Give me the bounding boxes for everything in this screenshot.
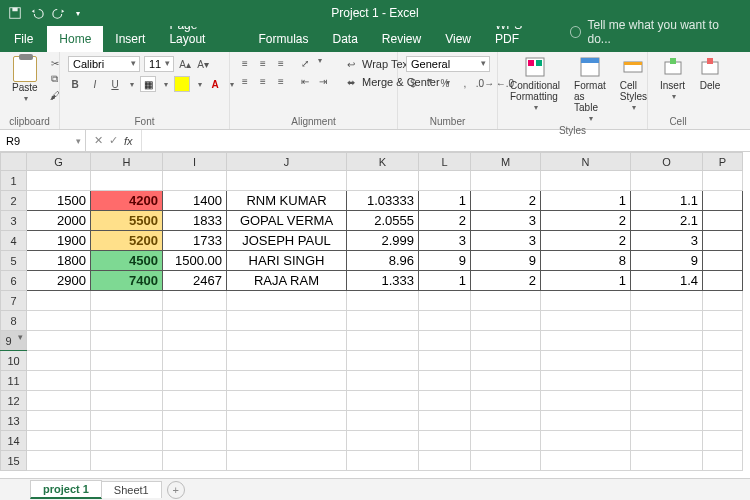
cell-M12[interactable] [471,391,541,411]
accept-formula-icon[interactable]: ✓ [109,134,118,147]
cell-I4[interactable]: 1733 [163,231,227,251]
cell-N5[interactable]: 8 [541,251,631,271]
cell-I12[interactable] [163,391,227,411]
cell-N10[interactable] [541,351,631,371]
cell-M5[interactable]: 9 [471,251,541,271]
cell-J10[interactable] [227,351,347,371]
align-middle-icon[interactable]: ≡ [256,56,270,70]
save-icon[interactable] [8,6,22,20]
fx-icon[interactable]: fx [124,135,133,147]
cell-O2[interactable]: 1.1 [631,191,703,211]
sheet-tab-sheet1[interactable]: Sheet1 [101,481,162,498]
tab-formulas[interactable]: Formulas [246,26,320,52]
cell-M3[interactable]: 3 [471,211,541,231]
header-cell-I[interactable]: Avg Sal [163,171,227,191]
cell-J4[interactable]: JOSEPH PAUL [227,231,347,251]
col-header-L[interactable]: L [419,153,471,171]
cell-H8[interactable] [91,311,163,331]
row-header-12[interactable]: 12 [1,391,27,411]
cell-L11[interactable] [419,371,471,391]
header-cell-H[interactable]: Total Sal [91,171,163,191]
number-format-select[interactable]: General [406,56,490,72]
name-box[interactable]: R9 [0,130,86,151]
cell-N6[interactable]: 1 [541,271,631,291]
cell-G12[interactable] [27,391,91,411]
cell-G8[interactable] [27,311,91,331]
cell-P9[interactable] [703,331,743,351]
cell-K12[interactable] [347,391,419,411]
cell-M2[interactable]: 2 [471,191,541,211]
col-header-G[interactable]: G [27,153,91,171]
cell-N13[interactable] [541,411,631,431]
header-cell-P[interactable]: Rou [703,171,743,191]
header-cell-L[interactable]: Round [419,171,471,191]
font-size-select[interactable]: 11 [144,56,174,72]
cell-G5[interactable]: 1800 [27,251,91,271]
cell-K15[interactable] [347,451,419,471]
cell-P12[interactable] [703,391,743,411]
row-header-8[interactable]: 8 [1,311,27,331]
cell-K13[interactable] [347,411,419,431]
align-bottom-icon[interactable]: ≡ [274,56,288,70]
cell-P5[interactable] [703,251,743,271]
cell-J15[interactable] [227,451,347,471]
cell-N2[interactable]: 1 [541,191,631,211]
row-header-4[interactable]: 4 [1,231,27,251]
fill-color-button[interactable] [174,76,190,92]
col-header-O[interactable]: O [631,153,703,171]
cell-H10[interactable] [91,351,163,371]
cell-K10[interactable] [347,351,419,371]
tell-me-search[interactable]: Tell me what you want to do... [560,12,750,52]
cell-N15[interactable] [541,451,631,471]
border-button[interactable]: ▦ [140,76,156,92]
cell-L9[interactable] [419,331,471,351]
cell-O10[interactable] [631,351,703,371]
cell-L15[interactable] [419,451,471,471]
cell-H7[interactable] [91,291,163,311]
cell-K8[interactable] [347,311,419,331]
italic-button[interactable]: I [88,77,102,91]
cell-L12[interactable] [419,391,471,411]
cell-H9[interactable] [91,331,163,351]
cell-N7[interactable] [541,291,631,311]
font-name-select[interactable]: Calibri [68,56,140,72]
cell-M4[interactable]: 3 [471,231,541,251]
cell-K9[interactable] [347,331,419,351]
cell-K7[interactable] [347,291,419,311]
cell-H11[interactable] [91,371,163,391]
cell-O6[interactable]: 1.4 [631,271,703,291]
row-header-5[interactable]: 5 [1,251,27,271]
cell-styles-button[interactable]: Cell Styles▾ [616,56,651,113]
row-header-6[interactable]: 6 [1,271,27,291]
row-header-10[interactable]: 10 [1,351,27,371]
row-header-15[interactable]: 15 [1,451,27,471]
cell-I5[interactable]: 1500.00 [163,251,227,271]
comma-icon[interactable]: , [458,76,472,90]
decrease-font-icon[interactable]: A▾ [196,57,210,71]
cell-M14[interactable] [471,431,541,451]
cell-I8[interactable] [163,311,227,331]
cell-L8[interactable] [419,311,471,331]
cell-P11[interactable] [703,371,743,391]
row-header-3[interactable]: 3 [1,211,27,231]
cell-I9[interactable] [163,331,227,351]
align-right-icon[interactable]: ≡ [274,74,288,88]
cell-N12[interactable] [541,391,631,411]
cell-H5[interactable]: 4500 [91,251,163,271]
undo-icon[interactable] [30,6,44,20]
cell-J13[interactable] [227,411,347,431]
cell-O14[interactable] [631,431,703,451]
underline-button[interactable]: U [108,77,122,91]
col-header-J[interactable]: J [227,153,347,171]
header-cell-K[interactable]: Numbers [347,171,419,191]
cell-H3[interactable]: 5500 [91,211,163,231]
cell-O4[interactable]: 3 [631,231,703,251]
cell-O13[interactable] [631,411,703,431]
cell-O7[interactable] [631,291,703,311]
cell-L3[interactable]: 2 [419,211,471,231]
row-header-11[interactable]: 11 [1,371,27,391]
cell-P15[interactable] [703,451,743,471]
cell-M11[interactable] [471,371,541,391]
cell-J6[interactable]: RAJA RAM [227,271,347,291]
cell-P7[interactable] [703,291,743,311]
